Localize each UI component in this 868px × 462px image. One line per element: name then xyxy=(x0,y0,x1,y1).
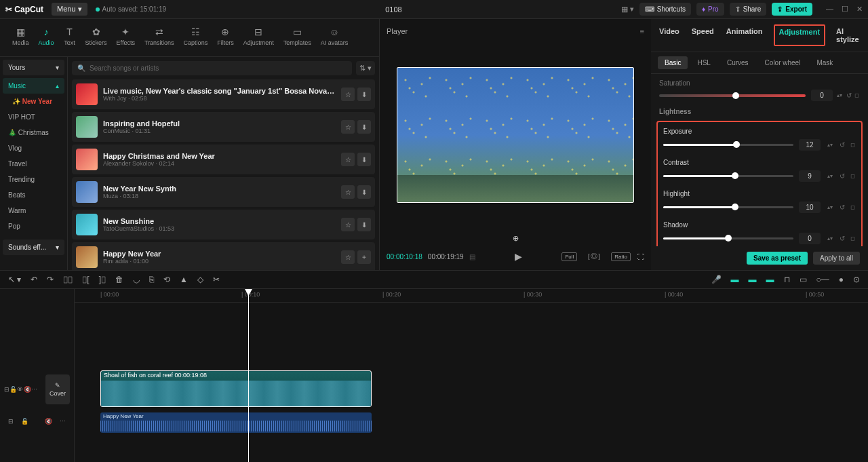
adj-tab-speed[interactable]: Speed xyxy=(690,24,715,46)
track-item[interactable]: Happy Christmas and New YearAlexander So… xyxy=(72,145,375,174)
sounds-button[interactable]: Sounds eff...▾ xyxy=(3,239,64,255)
zoom-fit-icon[interactable]: ⊙ xyxy=(853,275,860,284)
tool-tab-transitions[interactable]: ⇄Transitions xyxy=(140,23,178,52)
slider-track[interactable] xyxy=(663,206,793,208)
track-item[interactable]: New SunshineTatoGuerraStudios · 01:53☆⬇ xyxy=(72,210,375,239)
favorite-icon[interactable]: ☆ xyxy=(341,185,355,199)
tool-tab-stickers[interactable]: ✿Stickers xyxy=(81,23,111,52)
delete-icon[interactable]: 🗑 xyxy=(115,275,123,284)
cat-yours[interactable]: Yours▾ xyxy=(3,60,64,75)
apply-all-button[interactable]: Apply to all xyxy=(813,252,860,265)
cat-vip-hot[interactable]: VIP HOT xyxy=(3,109,64,125)
cat-trending[interactable]: Trending xyxy=(3,172,64,187)
mute-icon[interactable]: 🔇 xyxy=(24,386,31,393)
slider-track[interactable] xyxy=(663,175,793,177)
slider-value[interactable]: 0 xyxy=(799,233,821,244)
maximize-icon[interactable]: ☐ xyxy=(842,5,848,14)
zoom-out-icon[interactable]: ○— xyxy=(816,275,829,284)
tool-tab-effects[interactable]: ✦Effects xyxy=(113,23,139,52)
play-button[interactable]: ▶ xyxy=(515,251,522,262)
sub-tab-mask[interactable]: Mask xyxy=(810,56,840,69)
lock-icon[interactable]: 🔓 xyxy=(9,386,17,393)
cat-warm[interactable]: Warm xyxy=(3,203,64,218)
video-track[interactable]: Shoal of fish on coral reef 00:00:19:08 xyxy=(75,370,868,408)
stepper-icon[interactable]: ▴▾ xyxy=(826,173,834,179)
lock-icon[interactable]: 🔓 xyxy=(21,418,28,425)
magnet-icon[interactable]: ⊓ xyxy=(784,275,790,284)
cat-music[interactable]: Music▴ xyxy=(3,78,64,94)
timeline-tracks[interactable]: | 00:00| 00:10| 00:20| 00:30| 00:40| 00:… xyxy=(75,289,868,462)
slider-track[interactable] xyxy=(663,144,793,146)
mirror-icon[interactable]: ▲ xyxy=(180,275,188,284)
menu-button[interactable]: Menu ▾ xyxy=(52,3,87,16)
slider-value[interactable]: 10 xyxy=(799,201,821,213)
cover-button[interactable]: ✎Cover xyxy=(45,374,70,404)
filter-button[interactable]: ⇅ ▾ xyxy=(356,61,375,75)
sub-tab-curves[interactable]: Curves xyxy=(720,56,755,69)
reverse-icon[interactable]: ⟲ xyxy=(163,275,170,284)
stepper-icon[interactable]: ▴▾ xyxy=(826,235,834,242)
stepper-icon[interactable]: ▴▾ xyxy=(826,142,834,148)
sub-tab-color-wheel[interactable]: Color wheel xyxy=(758,56,808,69)
favorite-icon[interactable]: ☆ xyxy=(341,218,355,231)
keyframe-icon[interactable]: ◇ xyxy=(852,91,861,100)
rotate-icon[interactable]: ◇ xyxy=(197,275,203,284)
fullscreen-icon[interactable]: ⛶ xyxy=(637,253,644,261)
export-button[interactable]: ⇪ Export xyxy=(772,3,812,16)
cat-beats[interactable]: Beats xyxy=(3,187,64,203)
add-icon[interactable]: ⬇ xyxy=(357,88,371,101)
keyframe-icon[interactable]: ◇ xyxy=(848,203,857,212)
cat-travel[interactable]: Travel xyxy=(3,156,64,172)
audio-track[interactable]: Happy New Year xyxy=(75,412,868,433)
tool-tab-adjustment[interactable]: ⊟Adjustment xyxy=(239,23,278,52)
slider-value[interactable]: 12 xyxy=(799,139,821,151)
favorite-icon[interactable]: ☆ xyxy=(341,88,355,101)
timeline-ruler[interactable]: | 00:00| 00:10| 00:20| 00:30| 00:40| 00:… xyxy=(75,289,868,303)
tool-tab-filters[interactable]: ⊕Filters xyxy=(213,23,238,52)
tool-tab-text[interactable]: TText xyxy=(60,23,80,52)
add-icon[interactable]: ＋ xyxy=(357,250,371,264)
track-toggle-2[interactable]: ▬ xyxy=(749,275,757,284)
layout-icon[interactable]: ▦ ▾ xyxy=(621,5,634,14)
crop-icon[interactable]: ［◎］ xyxy=(584,252,604,261)
view-control-icon[interactable]: ⊕ xyxy=(387,230,644,247)
minimize-icon[interactable]: — xyxy=(826,5,833,14)
mic-icon[interactable]: 🎤 xyxy=(711,275,722,284)
split-right-icon[interactable]: ]⌷ xyxy=(99,275,106,284)
saturation-slider[interactable] xyxy=(659,94,806,97)
share-button[interactable]: ⇪ Share xyxy=(730,3,767,16)
list-icon[interactable]: ▤ xyxy=(469,253,475,261)
playhead[interactable] xyxy=(248,289,249,462)
tool-tab-captions[interactable]: ☷Captions xyxy=(180,23,212,52)
favorite-icon[interactable]: ☆ xyxy=(341,250,355,264)
eye-icon[interactable]: 👁 xyxy=(17,386,23,393)
adj-tab-adjustment[interactable]: Adjustment xyxy=(774,24,826,46)
cat-new-year[interactable]: ✨ New Year xyxy=(3,94,64,109)
sub-tab-basic[interactable]: Basic xyxy=(658,56,688,69)
undo-icon[interactable]: ↶ xyxy=(31,275,37,284)
redo-icon[interactable]: ↷ xyxy=(47,275,54,284)
shortcuts-button[interactable]: ⌨ Shortcuts xyxy=(639,3,691,16)
collapse-icon[interactable]: ⊟ xyxy=(8,418,14,425)
reset-icon[interactable]: ↺ xyxy=(840,141,845,149)
close-icon[interactable]: ✕ xyxy=(856,5,863,14)
adj-tab-video[interactable]: Video xyxy=(658,24,681,46)
mute-icon[interactable]: 🔇 xyxy=(45,418,52,425)
saturation-value[interactable]: 0 xyxy=(811,90,833,101)
tool-tab-audio[interactable]: ♪Audio xyxy=(35,23,58,52)
split-left-icon[interactable]: ⌷[ xyxy=(82,275,89,284)
viewer[interactable] xyxy=(387,39,644,230)
zoom-slider[interactable]: ● xyxy=(839,275,844,284)
favorite-icon[interactable]: ☆ xyxy=(341,153,355,166)
tool-tab-ai avatars[interactable]: ☺AI avatars xyxy=(317,23,353,52)
track-toggle-1[interactable]: ▬ xyxy=(731,275,739,284)
sub-tab-hsl[interactable]: HSL xyxy=(690,56,717,69)
marker-icon[interactable]: ◡ xyxy=(133,275,140,284)
keyframe-icon[interactable]: ◇ xyxy=(848,172,857,180)
tool-tab-media[interactable]: ▦Media xyxy=(8,23,33,52)
track-item[interactable]: New Year New SynthMuza · 03:18☆⬇ xyxy=(72,177,375,207)
adj-tab-ai-stylize[interactable]: AI stylize xyxy=(835,24,861,46)
add-icon[interactable]: ⬇ xyxy=(357,218,371,231)
tool-tab-templates[interactable]: ▭Templates xyxy=(279,23,315,52)
favorite-icon[interactable]: ☆ xyxy=(341,120,355,134)
